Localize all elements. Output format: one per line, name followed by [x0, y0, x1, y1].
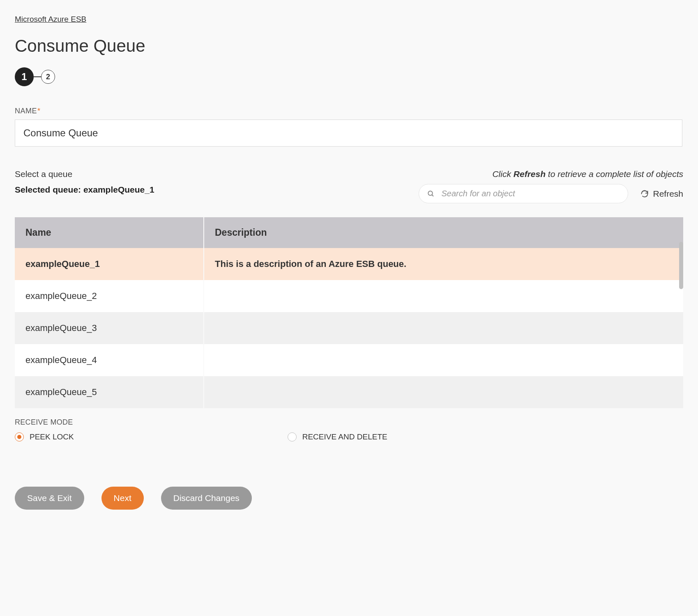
radio-label: PEEK LOCK: [30, 432, 74, 441]
table-row[interactable]: exampleQueue_4: [15, 344, 683, 376]
cell-description: [204, 376, 683, 408]
search-box[interactable]: [419, 184, 628, 203]
hint-bold: Refresh: [514, 169, 546, 179]
page-title: Consume Queue: [15, 36, 683, 56]
name-label-text: NAME: [15, 107, 37, 115]
hint-suffix: to retrieve a complete list of objects: [546, 169, 683, 179]
radio-label: RECEIVE AND DELETE: [302, 432, 387, 441]
name-label: NAME*: [15, 107, 683, 115]
table-row[interactable]: exampleQueue_3: [15, 312, 683, 344]
selected-queue-text: Selected queue: exampleQueue_1: [15, 185, 154, 195]
col-name[interactable]: Name: [15, 217, 204, 248]
cell-description: [204, 280, 683, 312]
selected-queue-value: exampleQueue_1: [83, 185, 154, 194]
hint-prefix: Click: [492, 169, 513, 179]
cell-name: exampleQueue_5: [15, 376, 204, 408]
refresh-icon: [640, 190, 649, 198]
col-description[interactable]: Description: [204, 217, 683, 248]
scrollbar-thumb[interactable]: [679, 242, 683, 289]
step-1[interactable]: 1: [15, 67, 34, 86]
refresh-button[interactable]: Refresh: [640, 189, 683, 199]
cell-name: exampleQueue_1: [15, 248, 204, 280]
discard-button[interactable]: Discard Changes: [161, 487, 252, 510]
refresh-label: Refresh: [653, 189, 683, 199]
table-row[interactable]: exampleQueue_5: [15, 376, 683, 408]
table-row[interactable]: exampleQueue_2: [15, 280, 683, 312]
cell-description: This is a description of an Azure ESB qu…: [204, 248, 683, 280]
cell-description: [204, 312, 683, 344]
search-icon: [427, 190, 435, 198]
table-row[interactable]: exampleQueue_1This is a description of a…: [15, 248, 683, 280]
radio-indicator[interactable]: [288, 432, 297, 441]
radio-indicator[interactable]: [15, 432, 24, 441]
cell-description: [204, 344, 683, 376]
name-input[interactable]: [15, 120, 682, 147]
selected-queue-prefix: Selected queue:: [15, 185, 83, 194]
svg-point-0: [428, 191, 433, 195]
search-input[interactable]: [440, 188, 620, 199]
cell-name: exampleQueue_3: [15, 312, 204, 344]
step-connector: [34, 76, 41, 77]
select-queue-label: Select a queue: [15, 169, 154, 179]
step-2[interactable]: 2: [41, 70, 55, 84]
receive-mode-label: RECEIVE MODE: [15, 418, 683, 427]
cell-name: exampleQueue_4: [15, 344, 204, 376]
radio-option[interactable]: PEEK LOCK: [15, 432, 74, 441]
queue-table: Name Description exampleQueue_1This is a…: [15, 217, 683, 408]
next-button[interactable]: Next: [101, 487, 144, 510]
save-exit-button[interactable]: Save & Exit: [15, 487, 84, 510]
required-indicator: *: [37, 107, 41, 115]
stepper: 1 2: [15, 67, 683, 86]
breadcrumb-link[interactable]: Microsoft Azure ESB: [15, 15, 86, 24]
refresh-hint: Click Refresh to retrieve a complete lis…: [419, 169, 683, 179]
svg-line-1: [432, 195, 434, 196]
cell-name: exampleQueue_2: [15, 280, 204, 312]
radio-option[interactable]: RECEIVE AND DELETE: [288, 432, 387, 441]
